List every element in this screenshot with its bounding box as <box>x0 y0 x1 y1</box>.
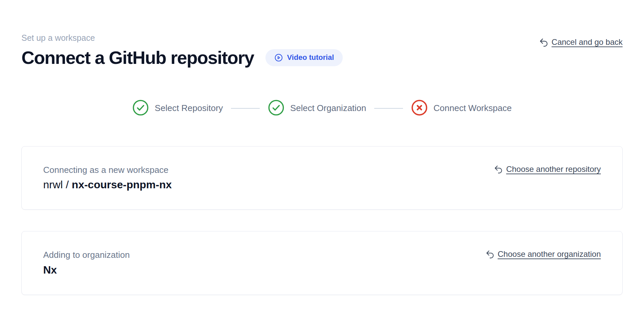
repo-separator: / <box>66 179 72 191</box>
progress-stepper: Select Repository Select Organization Co… <box>21 99 623 117</box>
repo-name: nx-course-pnpm-nx <box>72 179 172 191</box>
title-row: Connect a GitHub repository Video tutori… <box>21 48 343 67</box>
choose-another-organization-label: Choose another organization <box>498 249 601 259</box>
breadcrumb: Set up a workspace <box>21 33 343 43</box>
x-circle-icon <box>411 99 428 117</box>
organization-card-label: Adding to organization <box>43 249 130 261</box>
choose-another-repository-label: Choose another repository <box>506 165 601 174</box>
choose-another-repository-link[interactable]: Choose another repository <box>494 165 601 174</box>
undo-arrow-icon <box>486 250 494 259</box>
organization-name: Nx <box>43 263 130 277</box>
header-left: Set up a workspace Connect a GitHub repo… <box>21 33 343 67</box>
step-connect-workspace: Connect Workspace <box>411 99 512 117</box>
check-circle-icon <box>268 99 285 117</box>
step-label: Select Organization <box>290 103 366 113</box>
video-tutorial-button[interactable]: Video tutorial <box>265 49 343 66</box>
repo-owner: nrwl <box>43 179 63 191</box>
cancel-and-go-back-link[interactable]: Cancel and go back <box>539 37 623 47</box>
play-circle-icon <box>274 53 283 62</box>
step-select-repository: Select Repository <box>132 99 223 117</box>
check-circle-icon <box>132 99 149 117</box>
step-select-organization: Select Organization <box>268 99 366 117</box>
cancel-and-go-back-label: Cancel and go back <box>552 37 623 47</box>
stepper-connector <box>374 108 403 109</box>
choose-another-organization-link[interactable]: Choose another organization <box>486 249 601 259</box>
repository-card-label: Connecting as a new workspace <box>43 165 172 176</box>
organization-card-info: Adding to organization Nx <box>43 249 130 277</box>
repository-card-info: Connecting as a new workspace nrwl / nx-… <box>43 165 172 192</box>
organization-card: Adding to organization Nx Choose another… <box>21 231 623 295</box>
repository-name: nrwl / nx-course-pnpm-nx <box>43 178 172 191</box>
page-header: Set up a workspace Connect a GitHub repo… <box>21 33 623 67</box>
undo-arrow-icon <box>494 165 503 174</box>
video-tutorial-label: Video tutorial <box>287 53 334 62</box>
stepper-connector <box>231 108 260 109</box>
setup-workspace-page: Set up a workspace Connect a GitHub repo… <box>0 0 644 309</box>
step-label: Connect Workspace <box>433 103 512 113</box>
step-label: Select Repository <box>155 103 223 113</box>
undo-arrow-icon <box>539 38 548 47</box>
repository-card: Connecting as a new workspace nrwl / nx-… <box>21 146 623 210</box>
page-title: Connect a GitHub repository <box>21 48 254 67</box>
